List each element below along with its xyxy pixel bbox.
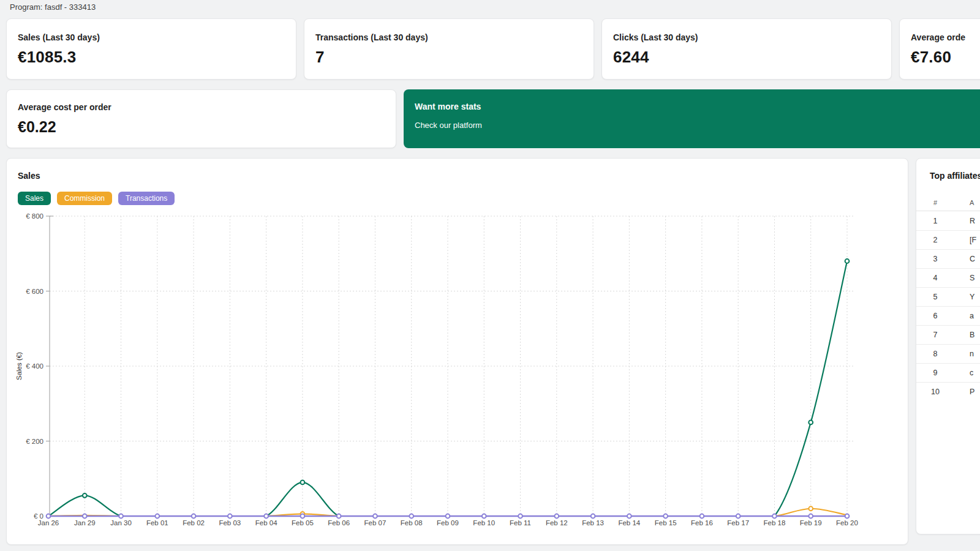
stat-card-sales: Sales (Last 30 days) €1085.3 xyxy=(6,18,296,80)
svg-text:€ 400: € 400 xyxy=(26,362,43,370)
table-row: 3C xyxy=(916,249,980,268)
svg-text:Feb 06: Feb 06 xyxy=(328,519,350,527)
stat-label: Average orde xyxy=(911,32,980,42)
svg-text:Feb 15: Feb 15 xyxy=(655,519,677,527)
svg-text:Feb 05: Feb 05 xyxy=(292,519,314,527)
stat-label: Transactions (Last 30 days) xyxy=(315,32,582,42)
column-header-rank: # xyxy=(922,199,948,206)
stat-card-clicks: Clicks (Last 30 days) 6244 xyxy=(601,18,892,80)
sales-chart-card: Sales Sales Commission Transactions € 0€… xyxy=(6,158,908,545)
affiliate-name: n xyxy=(970,350,974,358)
svg-text:Feb 12: Feb 12 xyxy=(546,519,568,527)
svg-text:€ 600: € 600 xyxy=(26,288,43,295)
affiliate-rank: 7 xyxy=(922,331,948,339)
top-affiliates-card: Top affiliates # A 1R2[F3C4S5Y6a7B8n9c10… xyxy=(916,158,980,534)
table-row: 5Y xyxy=(916,287,980,306)
svg-text:Feb 17: Feb 17 xyxy=(727,519,749,527)
svg-text:Feb 14: Feb 14 xyxy=(618,519,640,527)
affiliate-name: c xyxy=(970,369,973,377)
svg-text:Feb 18: Feb 18 xyxy=(764,519,786,527)
table-row: 9c xyxy=(916,363,980,382)
svg-text:€ 200: € 200 xyxy=(26,438,43,445)
stat-value: €0.22 xyxy=(18,118,385,136)
affiliate-name: P xyxy=(970,388,974,396)
svg-text:Feb 08: Feb 08 xyxy=(401,519,423,527)
program-label: Program: fasdf - 333413 xyxy=(10,2,96,12)
svg-text:Feb 19: Feb 19 xyxy=(800,519,822,527)
affiliate-rank: 3 xyxy=(922,255,948,263)
promo-title: Want more stats xyxy=(415,102,980,111)
stat-label: Clicks (Last 30 days) xyxy=(613,32,880,42)
svg-text:Feb 03: Feb 03 xyxy=(219,519,241,527)
promo-banner[interactable]: Want more stats Check our platform xyxy=(404,89,980,148)
column-header-affiliate: A xyxy=(970,199,974,206)
svg-text:Feb 20: Feb 20 xyxy=(836,519,858,527)
stat-value: €7.60 xyxy=(911,48,980,67)
affiliate-name: Y xyxy=(970,293,974,301)
affiliate-name: a xyxy=(970,312,974,320)
table-row: 7B xyxy=(916,325,980,344)
stat-card-average-order: Average orde €7.60 xyxy=(899,18,980,80)
sales-line-chart: € 0€ 200€ 400€ 600€ 800Jan 26Jan 29Jan 3… xyxy=(7,159,909,545)
table-header: # A xyxy=(916,194,980,211)
affiliate-rank: 10 xyxy=(922,388,948,396)
svg-text:Sales (€): Sales (€) xyxy=(15,352,23,380)
svg-text:Jan 30: Jan 30 xyxy=(110,519,132,527)
promo-link-text[interactable]: Check our platform xyxy=(415,121,980,130)
svg-text:Feb 10: Feb 10 xyxy=(473,519,495,527)
affiliate-rank: 9 xyxy=(922,369,948,377)
affiliate-rank: 1 xyxy=(922,217,948,225)
svg-text:Feb 04: Feb 04 xyxy=(255,519,277,527)
affiliate-name: S xyxy=(970,274,974,282)
table-row: 4S xyxy=(916,268,980,287)
top-affiliates-title: Top affiliates xyxy=(930,171,980,181)
table-row: 1R xyxy=(916,211,980,230)
affiliate-name: B xyxy=(970,331,974,339)
stat-label: Sales (Last 30 days) xyxy=(18,32,285,42)
stat-value: 6244 xyxy=(613,48,880,67)
svg-text:Feb 07: Feb 07 xyxy=(364,519,386,527)
affiliate-name: C xyxy=(970,255,975,263)
svg-text:Feb 16: Feb 16 xyxy=(691,519,713,527)
svg-text:Feb 09: Feb 09 xyxy=(437,519,459,527)
stat-label: Average cost per order xyxy=(18,102,385,112)
table-row: 6a xyxy=(916,306,980,325)
stat-card-transactions: Transactions (Last 30 days) 7 xyxy=(304,18,594,80)
svg-text:Feb 13: Feb 13 xyxy=(582,519,604,527)
svg-text:Feb 02: Feb 02 xyxy=(183,519,205,527)
svg-text:Feb 11: Feb 11 xyxy=(510,519,531,527)
table-row: 8n xyxy=(916,344,980,363)
svg-text:Jan 29: Jan 29 xyxy=(74,519,96,527)
table-row: 2[F xyxy=(916,230,980,249)
affiliate-rank: 2 xyxy=(922,236,948,244)
svg-text:Jan 26: Jan 26 xyxy=(38,519,59,527)
affiliate-rank: 6 xyxy=(922,312,948,320)
stat-card-avg-cost-per-order: Average cost per order €0.22 xyxy=(6,89,396,148)
stat-value: €1085.3 xyxy=(18,48,285,67)
affiliate-rank: 8 xyxy=(922,350,948,358)
affiliate-rank: 5 xyxy=(922,293,948,301)
svg-text:Feb 01: Feb 01 xyxy=(146,519,168,527)
table-row: 10P xyxy=(916,382,980,401)
stat-value: 7 xyxy=(315,48,582,67)
svg-text:€ 800: € 800 xyxy=(26,212,43,220)
affiliate-rank: 4 xyxy=(922,274,948,282)
affiliate-name: [F xyxy=(970,236,976,244)
top-affiliates-table: # A 1R2[F3C4S5Y6a7B8n9c10P xyxy=(916,194,980,401)
affiliate-name: R xyxy=(970,217,975,225)
